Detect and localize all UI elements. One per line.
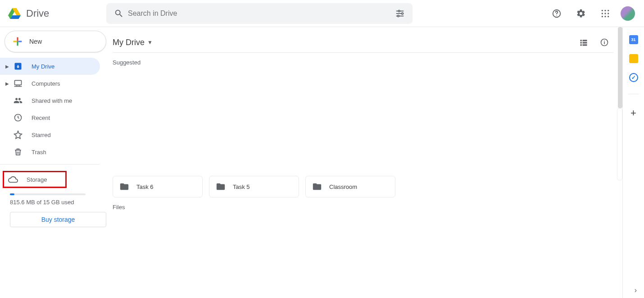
header: Drive [0, 0, 644, 27]
nav-list: ▶ My Drive ▶ Computers ▶ Shared with me [0, 58, 100, 160]
svg-point-16 [608, 13, 609, 14]
svg-point-7 [402, 13, 404, 14]
suggested-area [113, 72, 613, 176]
shared-icon [13, 95, 23, 106]
main-content: My Drive ▼ Suggested Task 6 [106, 27, 622, 298]
recent-icon [13, 112, 23, 123]
svg-point-14 [602, 13, 603, 14]
side-panel: ✓ + [622, 27, 644, 298]
info-icon[interactable] [595, 33, 613, 51]
search-input[interactable] [128, 3, 391, 24]
folder-card[interactable]: Task 5 [209, 176, 299, 197]
new-button-label: New [29, 38, 42, 45]
my-drive-icon [13, 61, 23, 72]
gear-icon[interactable] [572, 5, 590, 23]
brand-name: Drive [26, 8, 49, 19]
sidebar-item-storage[interactable]: Storage [3, 171, 67, 188]
suggested-label: Suggested [113, 59, 613, 66]
sidebar-item-label: Computers [32, 80, 60, 87]
keep-icon[interactable] [629, 54, 638, 63]
tasks-icon[interactable]: ✓ [629, 73, 638, 82]
buy-storage-button[interactable]: Buy storage [10, 212, 106, 227]
sidebar-item-label: Shared with me [32, 97, 72, 104]
list-view-icon[interactable] [575, 33, 593, 51]
avatar[interactable] [621, 6, 635, 21]
plus-icon [11, 35, 24, 48]
header-right [548, 5, 640, 23]
folder-name: Task 5 [233, 183, 250, 190]
svg-point-15 [604, 13, 606, 14]
sidebar-item-starred[interactable]: ▶ Starred [0, 126, 100, 143]
svg-point-13 [608, 9, 609, 11]
sidebar-item-my-drive[interactable]: ▶ My Drive [0, 58, 100, 75]
sidebar: New ▶ My Drive ▶ Computers ▶ [0, 27, 106, 298]
storage-bar [10, 193, 86, 195]
svg-point-19 [608, 16, 609, 17]
chevron-down-icon: ▼ [147, 39, 153, 46]
star-icon [13, 129, 23, 140]
storage-usage-text: 815.6 MB of 15 GB used [10, 199, 106, 206]
folder-name: Classroom [329, 183, 357, 190]
collapse-panel-icon[interactable]: › [635, 286, 637, 294]
calendar-icon[interactable] [629, 35, 638, 44]
search-bar [106, 3, 413, 24]
brand[interactable]: Drive [5, 5, 106, 23]
folder-icon [216, 182, 226, 192]
folder-icon [312, 182, 322, 192]
sidebar-item-shared[interactable]: ▶ Shared with me [0, 92, 100, 109]
sidebar-item-label: My Drive [32, 63, 54, 70]
sidebar-item-recent[interactable]: ▶ Recent [0, 109, 100, 126]
sidebar-item-computers[interactable]: ▶ Computers [0, 75, 100, 92]
svg-point-10 [556, 15, 557, 15]
new-button[interactable]: New [5, 31, 106, 52]
breadcrumb-label: My Drive [113, 38, 145, 47]
folder-icon [119, 182, 129, 192]
sidebar-item-label: Trash [32, 149, 46, 156]
files-label: Files [113, 204, 613, 211]
breadcrumb[interactable]: My Drive ▼ [113, 38, 153, 47]
expand-icon[interactable]: ▶ [5, 64, 10, 69]
drive-logo-icon [5, 5, 23, 23]
trash-icon [13, 147, 23, 157]
storage-label: Storage [27, 176, 47, 183]
search-options-icon[interactable] [391, 5, 409, 23]
computers-icon [13, 78, 23, 89]
svg-rect-2 [396, 13, 402, 14]
svg-rect-20 [15, 80, 22, 85]
folder-card[interactable]: Task 6 [113, 176, 203, 197]
cloud-icon [8, 174, 18, 185]
sidebar-item-label: Starred [32, 132, 51, 138]
folder-name: Task 6 [136, 183, 154, 190]
sidebar-item-label: Recent [32, 115, 50, 121]
svg-point-11 [602, 9, 603, 11]
scrollbar-thumb[interactable] [618, 27, 622, 108]
search-icon[interactable] [110, 5, 128, 23]
svg-point-8 [398, 15, 399, 17]
apps-icon[interactable] [596, 5, 614, 23]
addons-plus-icon[interactable]: + [625, 104, 643, 122]
sidebar-item-trash[interactable]: ▶ Trash [0, 143, 100, 160]
folders-row: Task 6 Task 5 Classroom [113, 176, 613, 197]
expand-icon[interactable]: ▶ [5, 81, 10, 86]
svg-point-18 [604, 16, 606, 17]
svg-point-17 [602, 16, 603, 17]
svg-point-12 [604, 9, 606, 11]
svg-point-6 [398, 10, 400, 12]
help-icon[interactable] [548, 5, 566, 23]
scrollbar-track[interactable] [617, 108, 622, 180]
folder-card[interactable]: Classroom [305, 176, 395, 197]
